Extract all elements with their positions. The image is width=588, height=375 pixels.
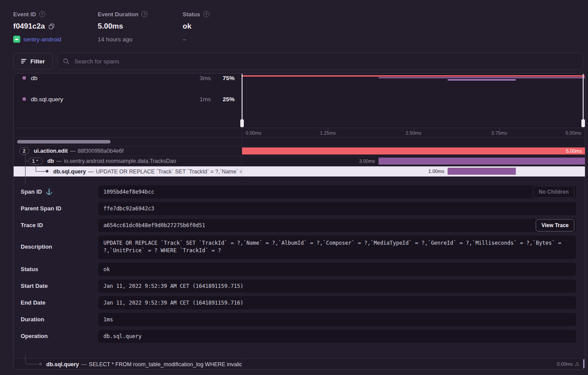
tree-connector-dot	[46, 170, 48, 173]
trace-waterfall: db 3ms 75% db.sql.query 1ms 25%	[13, 73, 585, 370]
tree-connector-line	[25, 151, 26, 184]
legend-row-db[interactable]: db 3ms 75%	[22, 74, 235, 82]
span-id-value: 1095bd4ef8e94bcc	[98, 185, 576, 199]
view-trace-button[interactable]: View Trace	[536, 219, 574, 232]
span-description: UPDATE OR REPLACE `Track` SET `TrackId` …	[96, 169, 242, 175]
op-duration: 3ms	[184, 75, 211, 81]
op-breakdown-legend: db 3ms 75% db.sql.query 1ms 25%	[14, 74, 242, 128]
trace-minimap[interactable]	[242, 74, 585, 128]
span-duration-label: 0.00ms	[557, 361, 573, 367]
duration-value: 1ms	[98, 313, 576, 326]
parent-span-id-value: ffe7dbc92a6942c3	[98, 202, 576, 215]
help-icon[interactable]: ?	[203, 11, 209, 17]
duration-label: Duration	[21, 316, 44, 323]
tree-scrollbar-row	[14, 138, 585, 146]
search-icon	[63, 58, 70, 65]
event-duration-column: Event Duration ? 5.00ms 14 hours ago	[98, 11, 147, 43]
children-count-pill[interactable]: 1⌃	[28, 158, 43, 165]
op-name: db.sql.query	[31, 96, 184, 103]
description-label: Description	[21, 243, 52, 250]
operation-label: Operation	[21, 333, 48, 339]
axis-tick-label: 1.25ms	[320, 130, 336, 136]
filter-button-label: Filter	[30, 58, 45, 65]
project-link[interactable]: sentry-android	[23, 36, 61, 43]
span-row-db-sql-query-selected[interactable]: db.sql.query — UPDATE OR REPLACE `Track`…	[14, 166, 585, 176]
description-value: UPDATE OR REPLACE `Track` SET `TrackId` …	[98, 235, 576, 259]
span-duration-label: 1.00ms	[428, 169, 444, 174]
span-description: io.sentry.android.roomsample.data.Tracks…	[64, 158, 176, 164]
span-duration-label: 3.00ms	[359, 158, 375, 164]
span-duration-bar[interactable]	[379, 158, 585, 165]
axis-spacer	[14, 128, 242, 137]
tree-scrollbar-track	[14, 138, 242, 146]
event-id-value: f0491c2a	[13, 22, 45, 31]
help-icon[interactable]: ?	[141, 11, 147, 17]
span-description: SELECT * FROM room_table_modification_lo…	[89, 361, 242, 368]
copy-icon[interactable]	[48, 23, 55, 29]
tree-connector-elbow	[25, 355, 40, 364]
minimap-left-handle[interactable]	[242, 74, 243, 120]
time-axis: 0.00ms 1.25ms 2.50ms 3.75ms 5.00ms	[14, 128, 585, 138]
minimap-right-handle[interactable]	[583, 74, 584, 120]
trace-header-section: db 3ms 75% db.sql.query 1ms 25%	[14, 74, 585, 128]
span-row-ui-action-edit[interactable]: 2 ui.action.edit — 88f300998a0b4e6f 5.00…	[14, 146, 585, 156]
minimap-left-grip[interactable]	[240, 119, 244, 127]
filter-icon	[21, 59, 26, 63]
op-color-dot	[22, 76, 26, 80]
minimap-right-grip[interactable]	[581, 119, 585, 127]
separator: —	[56, 158, 62, 164]
status-value: ok	[183, 22, 191, 31]
span-operation: db.sql.query	[53, 169, 86, 175]
status-column: Status ? ok –	[183, 11, 209, 43]
span-row-db-sql-query-select[interactable]: db.sql.query — SELECT * FROM room_table_…	[14, 358, 585, 370]
event-duration-label: Event Duration	[98, 11, 138, 18]
operation-value: db.sql.query	[98, 330, 576, 343]
warning-icon[interactable]: ⚠	[575, 361, 580, 367]
span-description: 88f300998a0b4e6f	[77, 148, 123, 154]
span-id-label: Span ID ⚓	[21, 188, 53, 195]
separator: —	[81, 361, 87, 368]
minimap-span-line	[379, 77, 585, 78]
op-color-dot	[22, 97, 26, 101]
scrollbar-spacer	[242, 138, 585, 146]
op-name: db	[31, 75, 184, 81]
span-row-db[interactable]: 1⌃ db — io.sentry.android.roomsample.dat…	[14, 156, 585, 166]
tree-connector-dot	[39, 363, 42, 365]
anchor-icon[interactable]: ⚓	[45, 188, 52, 195]
op-percentage: 25%	[213, 96, 235, 103]
no-children-button[interactable]: No Children	[533, 186, 574, 198]
event-duration-value: 5.00ms	[98, 22, 123, 31]
start-date-label: Start Date	[21, 283, 48, 289]
status-label: Status	[183, 11, 200, 18]
horizontal-scrollbar-thumb[interactable]	[17, 140, 110, 143]
span-search	[57, 53, 583, 70]
span-detail-panel: Span ID ⚓ 1095bd4ef8e94bcc No Children P…	[14, 176, 585, 358]
axis-tick-label: 5.00ms	[566, 130, 581, 136]
span-operation: db	[47, 158, 54, 164]
help-icon[interactable]: ?	[39, 11, 45, 17]
op-duration: 1ms	[184, 96, 211, 103]
minimap-span-line	[242, 75, 585, 77]
event-age: 14 hours ago	[98, 36, 132, 43]
axis-tick-label: 0.00ms	[246, 130, 261, 136]
span-operation: db.sql.query	[46, 361, 79, 368]
search-input[interactable]	[74, 58, 577, 65]
event-id-column: Event ID ? f0491c2a sentry-andro	[13, 11, 61, 43]
chevron-up-icon: ⌃	[36, 159, 39, 164]
status-field-value: ok	[98, 263, 576, 276]
axis-tick-label: 3.75ms	[491, 130, 507, 136]
span-duration-label: 5.00ms	[566, 148, 582, 154]
start-date-value: Jan 11, 2022 9:52:39 AM CET (1641891159.…	[98, 279, 576, 293]
vertical-scrollbar-thumb[interactable]	[583, 359, 584, 368]
event-id-label: Event ID	[13, 11, 36, 18]
status-sub: –	[183, 36, 186, 43]
legend-row-db-sql-query[interactable]: db.sql.query 1ms 25%	[22, 95, 235, 103]
filter-button[interactable]: Filter	[13, 53, 53, 70]
separator: —	[70, 148, 76, 154]
span-duration-bar[interactable]	[448, 168, 515, 175]
tree-connector-line	[36, 165, 36, 171]
android-platform-icon	[13, 36, 20, 43]
span-duration-bar[interactable]	[242, 147, 585, 154]
children-count-pill[interactable]: 2	[19, 147, 29, 154]
status-field-label: Status	[21, 266, 38, 272]
